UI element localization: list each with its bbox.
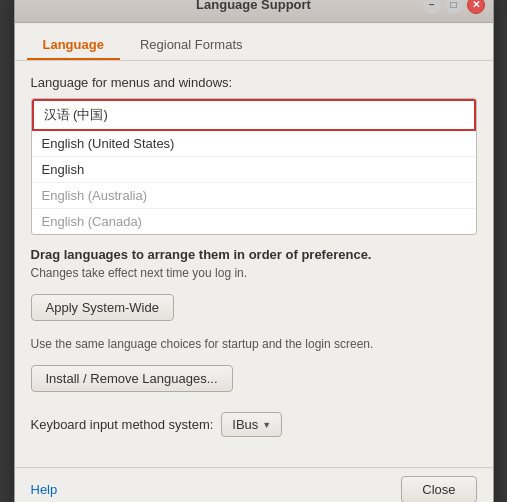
drag-hint: Drag languages to arrange them in order … xyxy=(31,247,477,262)
apply-system-wide-button[interactable]: Apply System-Wide xyxy=(31,294,174,321)
help-link[interactable]: Help xyxy=(31,482,58,497)
apply-hint: Use the same language choices for startu… xyxy=(31,337,477,351)
language-list: 汉语 (中国) English (United States) English … xyxy=(31,98,477,235)
list-item[interactable]: English (Canada) xyxy=(32,209,476,234)
language-support-window: Language Support – □ ✕ Language Regional… xyxy=(14,0,494,502)
tab-language[interactable]: Language xyxy=(27,31,120,60)
maximize-button[interactable]: □ xyxy=(445,0,463,14)
minimize-button[interactable]: – xyxy=(423,0,441,14)
apply-hint-text: Use the same language choices for startu… xyxy=(31,337,374,351)
window-controls: – □ ✕ xyxy=(423,0,485,14)
list-item[interactable]: English (United States) xyxy=(32,131,476,157)
close-window-button[interactable]: ✕ xyxy=(467,0,485,14)
list-item[interactable]: 汉语 (中国) xyxy=(32,99,476,131)
drag-subtext: Changes take effect next time you log in… xyxy=(31,266,477,280)
keyboard-value: IBus xyxy=(232,417,258,432)
main-content: Language for menus and windows: 汉语 (中国) … xyxy=(15,61,493,467)
keyboard-dropdown[interactable]: IBus ▼ xyxy=(221,412,282,437)
window-title: Language Support xyxy=(196,0,311,12)
tab-bar: Language Regional Formats xyxy=(15,23,493,61)
drag-hint-bold: Drag languages to arrange them in order … xyxy=(31,247,372,262)
close-button[interactable]: Close xyxy=(401,476,476,502)
titlebar: Language Support – □ ✕ xyxy=(15,0,493,23)
dropdown-arrow-icon: ▼ xyxy=(262,420,271,430)
list-item[interactable]: English xyxy=(32,157,476,183)
tab-regional-formats[interactable]: Regional Formats xyxy=(124,31,259,60)
bottom-bar: Help Close xyxy=(15,467,493,502)
keyboard-row: Keyboard input method system: IBus ▼ xyxy=(31,412,477,437)
section-label: Language for menus and windows: xyxy=(31,75,477,90)
keyboard-label: Keyboard input method system: xyxy=(31,417,214,432)
install-remove-button[interactable]: Install / Remove Languages... xyxy=(31,365,233,392)
list-item[interactable]: English (Australia) xyxy=(32,183,476,209)
